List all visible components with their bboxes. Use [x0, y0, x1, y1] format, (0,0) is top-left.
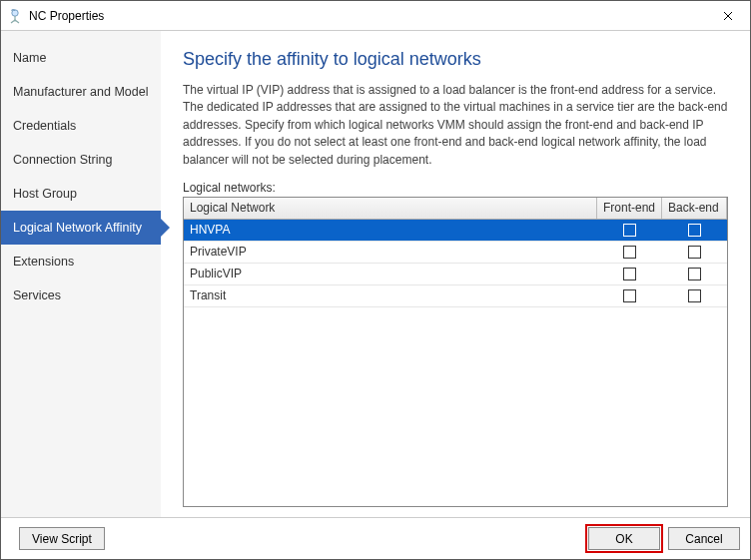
backend-checkbox[interactable]	[688, 268, 701, 280]
window-title: NC Properties	[29, 9, 104, 23]
frontend-cell	[597, 242, 662, 263]
column-header-network[interactable]: Logical Network	[184, 198, 597, 219]
app-icon	[7, 8, 23, 24]
column-header-frontend[interactable]: Front-end	[597, 198, 662, 219]
table-row[interactable]: PublicVIP	[184, 264, 727, 285]
properties-window: NC Properties NameManufacturer and Model…	[0, 0, 751, 560]
frontend-checkbox[interactable]	[623, 246, 636, 259]
column-header-backend[interactable]: Back-end	[662, 198, 727, 219]
grid-body: HNVPAPrivateVIPPublicVIPTransit	[184, 220, 727, 506]
sidebar: NameManufacturer and ModelCredentialsCon…	[1, 31, 161, 517]
titlebar: NC Properties	[1, 1, 750, 31]
backend-cell	[662, 242, 727, 263]
sidebar-item-label: Logical Network Affinity	[13, 221, 142, 235]
sidebar-item[interactable]: Manufacturer and Model	[1, 75, 161, 109]
cancel-button[interactable]: Cancel	[668, 527, 740, 550]
backend-checkbox[interactable]	[688, 224, 701, 237]
description-text: The virtual IP (VIP) address that is ass…	[183, 82, 728, 169]
sidebar-item-label: Manufacturer and Model	[13, 85, 149, 99]
grid-header: Logical Network Front-end Back-end	[184, 198, 727, 220]
frontend-checkbox[interactable]	[623, 224, 636, 237]
backend-cell	[662, 264, 727, 284]
frontend-checkbox[interactable]	[623, 289, 636, 302]
dialog-footer: View Script OK Cancel	[1, 517, 750, 559]
sidebar-item[interactable]: Connection String	[1, 143, 161, 177]
table-row[interactable]: PrivateVIP	[184, 242, 727, 264]
grid-label: Logical networks:	[183, 181, 728, 195]
table-row[interactable]: HNVPA	[184, 220, 727, 242]
ok-button[interactable]: OK	[588, 527, 660, 550]
backend-checkbox[interactable]	[688, 289, 701, 302]
frontend-cell	[597, 285, 662, 306]
sidebar-item[interactable]: Services	[1, 279, 161, 312]
page-heading: Specify the affinity to logical networks	[183, 49, 728, 70]
sidebar-item[interactable]: Credentials	[1, 109, 161, 143]
sidebar-item-label: Host Group	[13, 187, 77, 201]
table-row[interactable]: Transit	[184, 285, 727, 307]
close-button[interactable]	[705, 1, 750, 31]
view-script-button[interactable]: View Script	[19, 527, 105, 550]
network-name-cell: PrivateVIP	[184, 242, 597, 263]
sidebar-item[interactable]: Extensions	[1, 245, 161, 279]
backend-cell	[662, 285, 727, 306]
main-panel: Specify the affinity to logical networks…	[161, 31, 750, 517]
sidebar-item-label: Credentials	[13, 119, 76, 133]
sidebar-item[interactable]: Name	[1, 41, 161, 75]
backend-cell	[662, 220, 727, 241]
logical-networks-grid: Logical Network Front-end Back-end HNVPA…	[183, 197, 728, 507]
sidebar-item-label: Services	[13, 288, 61, 302]
sidebar-item[interactable]: Host Group	[1, 177, 161, 211]
backend-checkbox[interactable]	[688, 246, 701, 259]
frontend-cell	[597, 264, 662, 284]
sidebar-item-label: Name	[13, 51, 46, 65]
network-name-cell: PublicVIP	[184, 264, 597, 284]
network-name-cell: HNVPA	[184, 220, 597, 241]
sidebar-item-label: Connection String	[13, 153, 112, 167]
frontend-checkbox[interactable]	[623, 268, 636, 280]
sidebar-item[interactable]: Logical Network Affinity	[1, 211, 161, 245]
sidebar-item-label: Extensions	[13, 255, 74, 269]
frontend-cell	[597, 220, 662, 241]
network-name-cell: Transit	[184, 285, 597, 306]
